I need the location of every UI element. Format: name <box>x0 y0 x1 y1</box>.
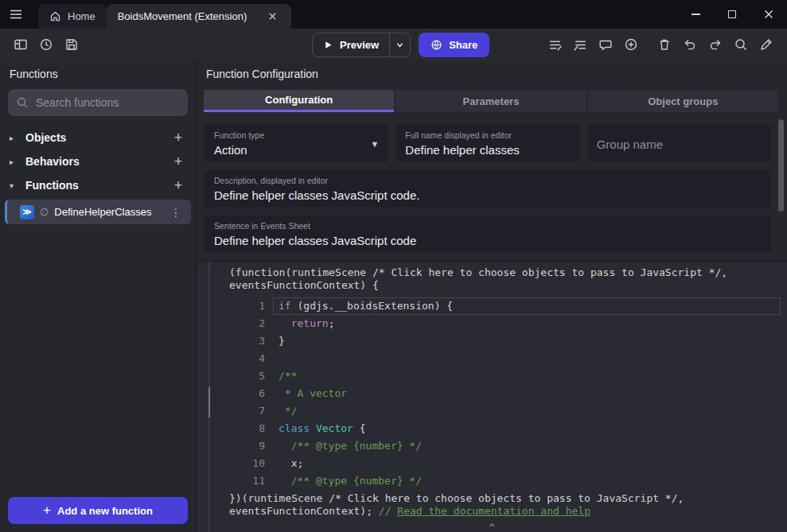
code-line[interactable]: 1if (gdjs.__boidsExtension) { <box>197 297 787 315</box>
add-new-function-button[interactable]: + Add a new function <box>8 497 188 524</box>
sentence-value: Define helper classes JavaScript code <box>214 234 762 247</box>
feedback-button[interactable] <box>594 33 617 56</box>
play-icon <box>323 40 333 50</box>
search-icon <box>16 96 29 109</box>
code-text: } <box>279 332 285 350</box>
code-line[interactable]: 3} <box>197 332 787 350</box>
search-placeholder: Search functions <box>36 96 119 109</box>
editors-layout-icon <box>14 37 28 52</box>
line-number: 5 <box>197 367 265 385</box>
window-close-button[interactable] <box>750 0 787 29</box>
share-button[interactable]: Share <box>419 33 489 57</box>
code-text: x; <box>279 455 303 472</box>
line-number: 7 <box>197 402 265 420</box>
collapse-arrow-icon: ▸ <box>10 157 18 166</box>
toolbar-right-icons <box>543 33 777 56</box>
tree-item-objects[interactable]: ▸ Objects + <box>0 126 196 150</box>
hamburger-icon <box>9 7 23 21</box>
globe-icon <box>431 39 442 51</box>
edit-extension-button[interactable] <box>755 33 777 56</box>
tree-item-behaviors[interactable]: ▸ Behaviors + <box>0 150 196 173</box>
code-line[interactable]: 9 /** @type {number} */ <box>197 437 787 455</box>
save-button[interactable] <box>60 33 83 56</box>
search-functions-input[interactable]: Search functions <box>8 89 188 116</box>
documentation-link[interactable]: Read the documentation and help <box>397 505 590 517</box>
code-footer-line[interactable]: })(runtimeScene /* Click here to choose … <box>197 491 787 519</box>
search-button[interactable] <box>730 33 752 56</box>
code-line[interactable]: 8class Vector { <box>197 420 787 437</box>
configuration-tabs: Configuration Parameters Object groups <box>197 90 787 112</box>
code-lines: 1if (gdjs.__boidsExtension) {2 return;3}… <box>197 297 787 490</box>
preview-options-button[interactable] <box>389 33 410 56</box>
add-function-plus-button[interactable]: + <box>170 177 186 194</box>
add-behavior-button[interactable]: + <box>170 153 186 170</box>
function-item-menu-button[interactable]: ⋮ <box>167 206 185 219</box>
window-close-icon <box>764 10 773 19</box>
main-menu-button[interactable] <box>0 0 32 29</box>
titlebar: Home BoidsMovement (Extension) <box>0 0 787 29</box>
line-number: 1 <box>197 297 265 315</box>
delete-button[interactable] <box>653 33 676 56</box>
tab-object-groups[interactable]: Object groups <box>588 90 778 112</box>
add-element-button[interactable] <box>620 33 642 56</box>
search-icon <box>734 37 748 52</box>
instances-panel-icon <box>573 37 588 52</box>
code-line[interactable]: 11 /** @type {number} */ <box>197 472 787 490</box>
tree-item-functions[interactable]: ▾ Functions + <box>0 173 196 197</box>
redo-icon <box>708 37 723 52</box>
description-field[interactable]: Description, displayed in editor Define … <box>205 170 771 208</box>
share-label: Share <box>449 39 477 51</box>
code-header-line[interactable]: (function(runtimeScene /* Click here to … <box>197 266 787 293</box>
sentence-field[interactable]: Sentence in Events Sheet Define helper c… <box>205 216 771 253</box>
code-text: * A vector <box>279 385 347 402</box>
redo-button[interactable] <box>704 33 727 56</box>
function-item-selected[interactable]: ≫ ∅ DefineHelperClasses ⋮ <box>5 200 191 224</box>
code-text: /** <box>279 367 297 385</box>
code-line[interactable]: 2 return; <box>197 315 787 332</box>
code-text: return; <box>279 315 334 332</box>
code-line[interactable]: 10 x; <box>197 455 787 472</box>
window-controls <box>677 0 787 29</box>
tab-close-button[interactable] <box>266 10 280 24</box>
full-name-value: Define helper classes <box>405 143 570 157</box>
maximize-button[interactable] <box>714 0 750 29</box>
tab-home[interactable]: Home <box>38 4 107 29</box>
add-object-button[interactable]: + <box>170 130 186 146</box>
tab-configuration[interactable]: Configuration <box>204 90 394 112</box>
code-text: */ <box>279 402 297 420</box>
undo-button[interactable] <box>679 33 701 56</box>
toggle-instances-panel-button[interactable] <box>569 33 591 56</box>
sentence-label: Sentence in Events Sheet <box>214 221 762 231</box>
tab-parameters[interactable]: Parameters <box>395 90 586 112</box>
extension-tree: ▸ Objects + ▸ Behaviors + ▾ Functions + … <box>0 126 196 489</box>
code-text: /** @type {number} */ <box>279 437 422 455</box>
group-name-field[interactable]: Group name <box>587 125 771 162</box>
edit-pen-icon <box>759 37 773 52</box>
tab-home-label: Home <box>68 10 95 22</box>
trash-icon <box>657 37 672 52</box>
code-line[interactable]: 4 <box>197 350 787 367</box>
editors-layout-button[interactable] <box>10 33 32 56</box>
function-type-select[interactable]: Function type Action ▼ <box>205 125 388 162</box>
gdevelop-window: Home BoidsMovement (Extension) <box>0 0 787 532</box>
code-line[interactable]: 7 */ <box>197 402 787 420</box>
toggle-properties-panel-button[interactable] <box>543 33 566 56</box>
add-circle-icon <box>624 37 638 52</box>
configuration-form: Function type Action ▼ Full name display… <box>197 112 787 261</box>
code-line[interactable]: 6 * A vector <box>197 385 787 402</box>
line-number: 9 <box>197 437 265 455</box>
fold-caret-hint[interactable]: ^ <box>197 522 787 532</box>
vertical-scrollbar-thumb[interactable] <box>778 119 784 212</box>
preview-split-button: Preview <box>312 33 411 57</box>
tree-item-label: Objects <box>25 131 66 144</box>
preview-button[interactable]: Preview <box>313 39 389 51</box>
full-name-field[interactable]: Full name displayed in editor Define hel… <box>395 125 579 162</box>
minimize-button[interactable] <box>677 0 714 29</box>
code-line[interactable]: 5/** <box>197 367 787 385</box>
tab-extension-label: BoidsMovement (Extension) <box>118 10 259 22</box>
group-name-placeholder: Group name <box>597 138 663 151</box>
line-number: 3 <box>197 332 265 350</box>
js-code-editor[interactable]: (function(runtimeScene /* Click here to … <box>197 261 787 532</box>
tab-extension[interactable]: BoidsMovement (Extension) <box>107 4 291 29</box>
history-button[interactable] <box>35 33 57 56</box>
